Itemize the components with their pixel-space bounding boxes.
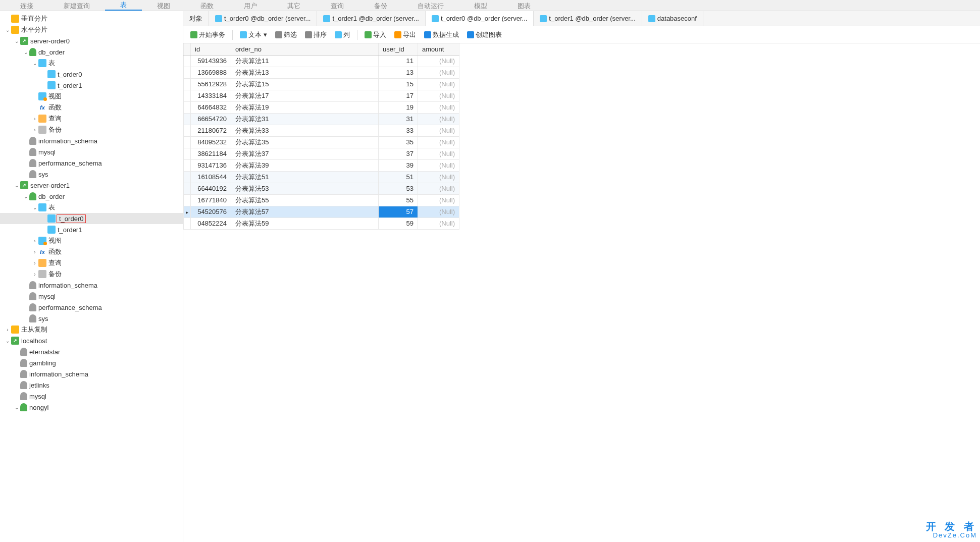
cell-amount[interactable]: (Null) (418, 148, 459, 159)
menu-item[interactable]: 用户 (229, 2, 272, 11)
caret-icon[interactable]: ⌄ (22, 194, 29, 199)
column-header[interactable]: amount (418, 43, 459, 55)
cell-order-no[interactable]: 分表算法51 (231, 171, 379, 183)
cell-id[interactable]: 59143936 (191, 55, 231, 67)
caret-icon[interactable]: ⌄ (13, 183, 20, 188)
tree-item[interactable]: ›查询 (0, 257, 183, 268)
cell-order-no[interactable]: 分表算法15 (231, 78, 379, 90)
cell-id[interactable]: 66440192 (191, 183, 231, 194)
menu-item[interactable]: 查询 (316, 2, 359, 11)
cell-amount[interactable]: (Null) (418, 194, 459, 206)
toolbar-button[interactable]: 排序 (302, 29, 330, 41)
cell-amount[interactable]: (Null) (418, 125, 459, 136)
cell-amount[interactable]: (Null) (418, 67, 459, 78)
caret-icon[interactable]: ⌄ (31, 205, 38, 210)
cell-order-no[interactable]: 分表算法31 (231, 113, 379, 125)
object-tree[interactable]: ›垂直分片⌄水平分片⌄server-order0⌄db_order⌄表›t_or… (0, 11, 183, 542)
tree-item[interactable]: ›gambling (0, 357, 183, 368)
tree-item[interactable]: ⌄表 (0, 58, 183, 69)
cell-user-id[interactable]: 39 (379, 159, 418, 171)
cell-id[interactable]: 84095232 (191, 136, 231, 148)
cell-id[interactable]: 04852224 (191, 218, 231, 229)
table-row[interactable]: 13669888分表算法1313(Null) (184, 67, 459, 78)
cell-id[interactable]: 55612928 (191, 78, 231, 90)
column-header[interactable]: user_id (379, 43, 418, 55)
cell-order-no[interactable]: 分表算法17 (231, 90, 379, 101)
menu-item[interactable]: 视图 (142, 2, 185, 11)
caret-icon[interactable]: › (31, 238, 38, 244)
cell-user-id[interactable]: 19 (379, 101, 418, 113)
cell-id[interactable]: 16108544 (191, 171, 231, 183)
tree-item[interactable]: ›t_order1 (0, 80, 183, 91)
table-row[interactable]: 59143936分表算法1111(Null) (184, 55, 459, 67)
menu-item[interactable]: 新建查询 (48, 2, 105, 11)
cell-amount[interactable]: (Null) (418, 159, 459, 171)
cell-order-no[interactable]: 分表算法37 (231, 148, 379, 159)
table-row[interactable]: 66440192分表算法5353(Null) (184, 183, 459, 194)
toolbar-button[interactable]: 筛选 (272, 29, 300, 41)
editor-tab[interactable]: t_order1 @db_order (server... (317, 11, 425, 26)
cell-id[interactable]: 66654720 (191, 113, 231, 125)
cell-user-id[interactable]: 33 (379, 125, 418, 136)
editor-tab[interactable]: t_order0 @db_order (server... (426, 11, 534, 26)
cell-user-id[interactable]: 55 (379, 194, 418, 206)
tree-item[interactable]: ›mysql (0, 291, 183, 302)
tree-item[interactable]: ›performance_schema (0, 302, 183, 313)
cell-user-id[interactable]: 53 (379, 183, 418, 194)
menu-item[interactable]: 连接 (5, 2, 48, 11)
cell-amount[interactable]: (Null) (418, 90, 459, 101)
cell-amount[interactable]: (Null) (418, 183, 459, 194)
cell-user-id[interactable]: 15 (379, 78, 418, 90)
tree-item[interactable]: ⌄server-order0 (0, 35, 183, 46)
data-grid[interactable]: idorder_nouser_idamount 59143936分表算法1111… (183, 43, 459, 230)
table-row[interactable]: 66654720分表算法3131(Null) (184, 113, 459, 125)
editor-tab[interactable]: t_order0 @db_order (server... (209, 11, 317, 26)
cell-id[interactable]: 16771840 (191, 194, 231, 206)
menu-item-active[interactable]: 表 (105, 1, 142, 11)
cell-user-id[interactable]: 37 (379, 148, 418, 159)
tree-item[interactable]: ⌄nongyi (0, 402, 183, 413)
tree-item[interactable]: ›information_schema (0, 280, 183, 291)
cell-amount[interactable]: (Null) (418, 55, 459, 67)
tree-item[interactable]: ›视图 (0, 91, 183, 102)
toolbar-button[interactable]: 导出 (391, 29, 419, 41)
cell-order-no[interactable]: 分表算法57 (231, 206, 379, 218)
cell-user-id[interactable]: 13 (379, 67, 418, 78)
cell-id[interactable]: 64664832 (191, 101, 231, 113)
column-header[interactable]: order_no (231, 43, 379, 55)
table-row[interactable]: 16771840分表算法5555(Null) (184, 194, 459, 206)
menu-item[interactable]: 函数 (185, 2, 229, 11)
tree-item[interactable]: ›information_schema (0, 368, 183, 380)
tree-item[interactable]: ⌄水平分片 (0, 24, 183, 35)
cell-user-id[interactable]: 17 (379, 90, 418, 101)
table-row[interactable]: 21180672分表算法3333(Null) (184, 125, 459, 136)
caret-icon[interactable]: › (31, 260, 38, 266)
cell-order-no[interactable]: 分表算法55 (231, 194, 379, 206)
table-row[interactable]: 04852224分表算法5959(Null) (184, 218, 459, 229)
cell-amount[interactable]: (Null) (418, 171, 459, 183)
table-row[interactable]: 38621184分表算法3737(Null) (184, 148, 459, 159)
tree-item[interactable]: ›垂直分片 (0, 13, 183, 24)
cell-amount[interactable]: (Null) (418, 101, 459, 113)
toolbar-button[interactable]: 创建图表 (464, 29, 505, 41)
cell-order-no[interactable]: 分表算法35 (231, 136, 379, 148)
tree-item[interactable]: ›mysql (0, 146, 183, 157)
cell-user-id[interactable]: 51 (379, 171, 418, 183)
caret-icon[interactable]: ⌄ (4, 27, 11, 33)
tree-item[interactable]: ›mysql (0, 391, 183, 402)
cell-id[interactable]: 54520576 (191, 206, 231, 218)
column-header[interactable]: id (191, 43, 231, 55)
toolbar-button[interactable]: 开始事务 (187, 29, 228, 41)
cell-amount[interactable]: (Null) (418, 136, 459, 148)
tree-item[interactable]: ›t_order0 (0, 213, 183, 224)
menu-item[interactable]: 备份 (359, 2, 402, 11)
tree-item[interactable]: ⌄db_order (0, 46, 183, 58)
toolbar-button[interactable]: 数据生成 (421, 29, 462, 41)
cell-amount[interactable]: (Null) (418, 78, 459, 90)
table-row[interactable]: 84095232分表算法3535(Null) (184, 136, 459, 148)
cell-user-id[interactable]: 11 (379, 55, 418, 67)
editor-tab[interactable]: databaseconf (642, 11, 703, 26)
tree-item[interactable]: ›jetlinks (0, 380, 183, 391)
caret-icon[interactable]: › (31, 127, 38, 133)
menu-item[interactable]: 模型 (459, 2, 502, 11)
